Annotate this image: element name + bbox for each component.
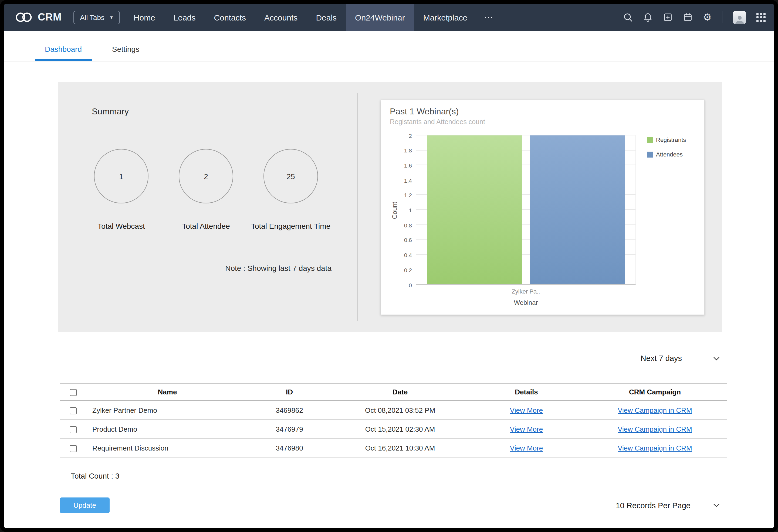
nav-item-on24webinar[interactable]: On24Webinar bbox=[346, 4, 414, 31]
crm-logo-icon[interactable] bbox=[15, 12, 33, 23]
calendar-icon[interactable] bbox=[683, 12, 693, 22]
records-per-page-label: 10 Records Per Page bbox=[616, 501, 691, 510]
summary-panel: Summary 1 Total Webcast 2 Total Attendee… bbox=[58, 82, 722, 332]
page-frame: CRM All Tabs ▼ Home Leads Contacts Accou… bbox=[0, 0, 778, 532]
cell-id: 3469862 bbox=[249, 401, 330, 420]
stat-label: Total Attendee bbox=[182, 222, 230, 231]
stat-label: Total Engagement Time bbox=[251, 222, 330, 231]
update-button[interactable]: Update bbox=[60, 498, 109, 513]
stat-value: 25 bbox=[287, 172, 295, 180]
nav-item-marketplace[interactable]: Marketplace bbox=[414, 4, 476, 31]
cell-name: Requirement Discussion bbox=[86, 438, 249, 457]
chart-plot bbox=[416, 136, 636, 285]
chart-column: Past 1 Webinar(s) Registants and Attende… bbox=[358, 82, 722, 332]
chart-y-ticks: 00.20.40.60.811.21.41.61.82 bbox=[399, 136, 416, 285]
all-tabs-dropdown[interactable]: All Tabs ▼ bbox=[73, 10, 120, 24]
y-tick-label: 2 bbox=[409, 133, 412, 139]
cell-date: Oct 15,2021 02:30 AM bbox=[330, 420, 470, 438]
chevron-down-icon bbox=[713, 504, 720, 508]
tab-dashboard[interactable]: Dashboard bbox=[35, 39, 91, 61]
records-per-page-dropdown[interactable]: 10 Records Per Page bbox=[616, 501, 720, 510]
chevron-down-icon: ▼ bbox=[109, 16, 113, 20]
nav-item-home[interactable]: Home bbox=[125, 4, 164, 31]
view-campaign-link[interactable]: View Campaign in CRM bbox=[618, 406, 692, 414]
search-icon[interactable] bbox=[623, 12, 633, 22]
y-tick-label: 0 bbox=[409, 282, 412, 288]
chart-title: Past 1 Webinar(s) bbox=[390, 107, 695, 116]
header-details: Details bbox=[470, 383, 582, 401]
y-tick-label: 1.2 bbox=[404, 192, 412, 198]
table-row: Requirement Discussion 3476980 Oct 16,20… bbox=[60, 438, 727, 457]
stat-circle: 25 bbox=[263, 149, 318, 203]
date-range-dropdown[interactable]: Next 7 days bbox=[641, 354, 720, 363]
settings-gear-icon[interactable]: ⚙ bbox=[703, 12, 712, 22]
summary-title: Summary bbox=[92, 107, 358, 116]
navbar-divider bbox=[722, 11, 722, 23]
webinar-chart-card: Past 1 Webinar(s) Registants and Attende… bbox=[381, 100, 705, 315]
chart-x-category: Zylker Pa.. bbox=[416, 288, 636, 294]
extension-tabbar: Dashboard Settings bbox=[4, 31, 774, 62]
tab-settings[interactable]: Settings bbox=[102, 39, 149, 61]
nav-item-deals[interactable]: Deals bbox=[307, 4, 346, 31]
legend-swatch bbox=[647, 137, 653, 143]
legend-label: Registrants bbox=[656, 137, 686, 143]
legend-swatch bbox=[647, 151, 653, 157]
stat-value: 2 bbox=[204, 172, 208, 180]
select-all-checkbox[interactable] bbox=[69, 389, 76, 396]
list-controls: Next 7 days bbox=[4, 354, 720, 363]
chart-body: Count 00.20.40.60.811.21.41.61.82 Regist… bbox=[390, 136, 695, 285]
header-checkbox-cell bbox=[60, 383, 86, 401]
header-id: ID bbox=[249, 383, 330, 401]
stat-total-webcast: 1 Total Webcast bbox=[79, 149, 164, 231]
cell-date: Oct 08,2021 03:52 PM bbox=[330, 401, 470, 420]
y-tick-label: 0.4 bbox=[404, 252, 412, 258]
header-crm-campaign: CRM Campaign bbox=[582, 383, 727, 401]
header-date: Date bbox=[330, 383, 470, 401]
top-navbar: CRM All Tabs ▼ Home Leads Contacts Accou… bbox=[4, 4, 774, 31]
nav-more-button[interactable]: ⋯ bbox=[476, 4, 501, 31]
table-row: Zylker Partner Demo 3469862 Oct 08,2021 … bbox=[60, 401, 727, 420]
navbar-right: ⚙ bbox=[623, 10, 774, 24]
summary-column: Summary 1 Total Webcast 2 Total Attendee… bbox=[58, 82, 358, 332]
cell-name: Zylker Partner Demo bbox=[86, 401, 249, 420]
view-more-link[interactable]: View More bbox=[510, 425, 543, 433]
stat-label: Total Webcast bbox=[97, 222, 145, 231]
total-count-label: Total Count : 3 bbox=[71, 472, 774, 480]
brand-title: CRM bbox=[38, 11, 62, 23]
apps-grid-icon[interactable] bbox=[756, 13, 766, 22]
nav-item-accounts[interactable]: Accounts bbox=[255, 4, 307, 31]
legend-item: Attendees bbox=[647, 151, 695, 158]
chart-y-axis-title: Count bbox=[390, 136, 399, 285]
legend-label: Attendees bbox=[656, 151, 683, 158]
stat-value: 1 bbox=[119, 172, 124, 180]
stat-circle: 1 bbox=[94, 149, 149, 203]
summary-stats: 1 Total Webcast 2 Total Attendee 25 Tota… bbox=[79, 149, 358, 231]
chart-bars bbox=[416, 136, 635, 284]
view-campaign-link[interactable]: View Campaign in CRM bbox=[618, 444, 692, 452]
cell-id: 3476979 bbox=[249, 420, 330, 438]
legend-item: Registrants bbox=[647, 137, 695, 143]
view-more-link[interactable]: View More bbox=[510, 444, 543, 452]
bar-attendees bbox=[530, 136, 625, 284]
y-tick-label: 1 bbox=[409, 207, 412, 213]
chart-x-axis-title: Webinar bbox=[416, 299, 636, 306]
notifications-bell-icon[interactable] bbox=[643, 12, 653, 22]
navbar-left: CRM All Tabs ▼ Home Leads Contacts Accou… bbox=[4, 4, 501, 31]
stat-total-engagement-time: 25 Total Engagement Time bbox=[248, 149, 333, 231]
list-footer: Update 10 Records Per Page bbox=[60, 498, 720, 513]
primary-nav: Home Leads Contacts Accounts Deals On24W… bbox=[125, 4, 501, 31]
summary-note: Note : Showing last 7 days data bbox=[225, 264, 331, 272]
compose-icon[interactable] bbox=[663, 12, 673, 22]
bar-registrants bbox=[427, 136, 522, 284]
y-tick-label: 0.2 bbox=[404, 267, 412, 273]
nav-item-contacts[interactable]: Contacts bbox=[205, 4, 255, 31]
crm-app-window: CRM All Tabs ▼ Home Leads Contacts Accou… bbox=[0, 0, 778, 532]
view-more-link[interactable]: View More bbox=[510, 406, 543, 414]
row-checkbox[interactable] bbox=[69, 445, 76, 452]
user-avatar[interactable] bbox=[733, 10, 746, 24]
row-checkbox[interactable] bbox=[69, 426, 76, 433]
view-campaign-link[interactable]: View Campaign in CRM bbox=[618, 425, 692, 433]
row-checkbox[interactable] bbox=[69, 407, 76, 414]
y-tick-label: 1.6 bbox=[404, 162, 412, 168]
nav-item-leads[interactable]: Leads bbox=[164, 4, 205, 31]
